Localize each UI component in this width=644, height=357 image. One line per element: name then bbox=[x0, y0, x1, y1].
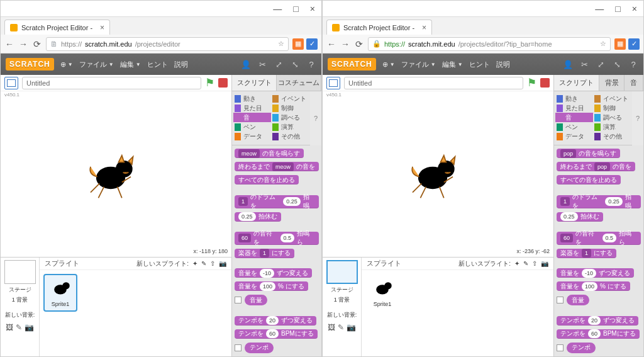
cat-more[interactable]: その他 bbox=[271, 132, 309, 141]
sprite-item[interactable]: Sprite1 bbox=[365, 274, 399, 312]
block-vol-set[interactable]: 音量を100% にする bbox=[557, 281, 630, 291]
cat-pen[interactable]: ペン bbox=[233, 122, 271, 132]
menu-about[interactable]: 説明 bbox=[174, 60, 188, 69]
tab-scripts[interactable]: スクリプト bbox=[554, 75, 599, 91]
cat-operators[interactable]: 演算 bbox=[593, 122, 631, 132]
nav-forward-icon[interactable]: → bbox=[18, 39, 28, 49]
close-icon[interactable]: × bbox=[310, 4, 315, 14]
scissors-icon[interactable]: ✂ bbox=[257, 59, 267, 69]
block-play-sound[interactable]: popの音を鳴らす bbox=[557, 149, 620, 158]
block-vol-reporter[interactable]: 音量 bbox=[557, 295, 589, 305]
url-field[interactable]: 🔒 https://scratch.mit.edu/projects/edito… bbox=[368, 37, 611, 51]
cat-motion[interactable]: 動き bbox=[555, 94, 593, 103]
nav-reload-icon[interactable]: ⟳ bbox=[354, 39, 364, 49]
shrink-icon[interactable]: ⤡ bbox=[612, 59, 622, 69]
menu-edit[interactable]: 編集▼ bbox=[442, 60, 463, 69]
cat-looks[interactable]: 見た目 bbox=[555, 103, 593, 113]
stop-icon[interactable] bbox=[218, 78, 228, 88]
block-tempo-change[interactable]: テンポを20ずつ変える bbox=[235, 316, 316, 326]
block-note[interactable]: 60の音符を0.5拍鳴ら bbox=[235, 232, 319, 245]
shrink-icon[interactable]: ⤡ bbox=[290, 59, 300, 69]
globe-icon[interactable]: ⊕▼ bbox=[60, 60, 73, 69]
block-vol-change[interactable]: 音量を-10ずつ変える bbox=[557, 268, 634, 278]
camera-backdrop-icon[interactable]: 📷 bbox=[347, 323, 356, 332]
tab-costumes[interactable]: コスチューム bbox=[277, 75, 321, 91]
cat-looks[interactable]: 見た目 bbox=[233, 103, 271, 113]
scissors-icon[interactable]: ✂ bbox=[579, 59, 589, 69]
green-flag-icon[interactable]: ⚑ bbox=[527, 76, 536, 89]
block-tempo-set[interactable]: テンポを60BPMにする bbox=[557, 329, 640, 339]
cat-sensing[interactable]: 調べる bbox=[271, 113, 309, 122]
block-stop-all[interactable]: すべての音を止める bbox=[557, 175, 621, 184]
tab-close-icon[interactable]: × bbox=[422, 23, 426, 32]
grow-icon[interactable]: ⤢ bbox=[274, 59, 284, 69]
camera-backdrop-icon[interactable]: 📷 bbox=[25, 323, 34, 332]
minimize-icon[interactable]: — bbox=[595, 4, 604, 14]
stage[interactable] bbox=[1, 98, 231, 248]
block-vol-set[interactable]: 音量を100% にする bbox=[235, 281, 308, 291]
stage-view-toggle[interactable] bbox=[326, 77, 340, 89]
cat-sound[interactable]: 音 bbox=[555, 113, 593, 122]
block-tempo-reporter[interactable]: テンポ bbox=[235, 343, 274, 353]
sprite-item[interactable]: Sprite1 bbox=[43, 274, 77, 312]
minimize-icon[interactable]: — bbox=[273, 4, 282, 14]
choose-backdrop-icon[interactable]: 🖼 bbox=[328, 323, 335, 332]
menu-hint[interactable]: ヒント bbox=[147, 60, 168, 69]
nav-back-icon[interactable]: ← bbox=[4, 39, 14, 49]
nav-forward-icon[interactable]: → bbox=[340, 39, 350, 49]
camera-icon[interactable]: 📷 bbox=[219, 260, 226, 267]
nav-back-icon[interactable]: ← bbox=[326, 39, 336, 49]
paint-backdrop-icon[interactable]: ✎ bbox=[16, 323, 22, 332]
block-tempo-reporter[interactable]: テンポ bbox=[557, 343, 596, 353]
help-icon[interactable]: ? bbox=[306, 59, 316, 69]
paint-icon[interactable]: ✎ bbox=[201, 260, 206, 267]
green-flag-icon[interactable]: ⚑ bbox=[205, 76, 214, 89]
browser-tab[interactable]: Scratch Project Editor - × bbox=[326, 20, 432, 35]
globe-icon[interactable]: ⊕▼ bbox=[382, 60, 395, 69]
ext-icon-1[interactable]: ▦ bbox=[614, 38, 626, 50]
scratch-logo[interactable]: SCRATCH bbox=[328, 58, 376, 71]
block-play-until[interactable]: 終わるまでpopの音を bbox=[557, 162, 635, 171]
tab-close-icon[interactable]: × bbox=[100, 23, 104, 32]
cat-motion[interactable]: 動き bbox=[233, 94, 271, 103]
maximize-icon[interactable]: □ bbox=[615, 4, 620, 14]
ext-icon-2[interactable]: ✓ bbox=[306, 38, 318, 50]
cat-pen[interactable]: ペン bbox=[555, 122, 593, 132]
grow-icon[interactable]: ⤢ bbox=[596, 59, 606, 69]
stamp-icon[interactable]: 👤 bbox=[241, 59, 251, 69]
stage-thumbnail[interactable] bbox=[326, 260, 358, 284]
menu-about[interactable]: 説明 bbox=[496, 60, 510, 69]
block-tempo-set[interactable]: テンポを60BPMにする bbox=[235, 329, 318, 339]
cat-events[interactable]: イベント bbox=[271, 94, 309, 103]
block-play-sound[interactable]: meowの音を鳴らす bbox=[235, 149, 304, 158]
library-icon[interactable]: ✦ bbox=[514, 260, 519, 267]
stage-view-toggle[interactable] bbox=[4, 77, 18, 89]
cat-operators[interactable]: 演算 bbox=[271, 122, 309, 132]
choose-backdrop-icon[interactable]: 🖼 bbox=[6, 323, 13, 332]
ext-icon-1[interactable]: ▦ bbox=[292, 38, 304, 50]
cat-sound[interactable]: 音 bbox=[233, 113, 271, 122]
menu-hint[interactable]: ヒント bbox=[469, 60, 490, 69]
palette-help-icon[interactable]: ? bbox=[632, 91, 643, 145]
stop-icon[interactable] bbox=[540, 78, 550, 88]
library-icon[interactable]: ✦ bbox=[192, 260, 197, 267]
menu-edit[interactable]: 編集▼ bbox=[120, 60, 141, 69]
block-rest[interactable]: 0.25拍休む bbox=[557, 212, 603, 222]
cat-more[interactable]: その他 bbox=[593, 132, 631, 141]
sprite-cat[interactable] bbox=[82, 150, 139, 200]
block-play-until[interactable]: 終わるまでmeowの音を bbox=[235, 162, 319, 171]
block-drum[interactable]: 1のドラムを0.25拍鳴 bbox=[235, 195, 319, 208]
block-instrument[interactable]: 楽器を1にする bbox=[235, 249, 294, 258]
paint-icon[interactable]: ✎ bbox=[523, 260, 528, 267]
cat-data[interactable]: データ bbox=[555, 132, 593, 141]
tab-scripts[interactable]: スクリプト bbox=[232, 75, 277, 91]
block-instrument[interactable]: 楽器を1にする bbox=[557, 249, 616, 258]
ext-icon-2[interactable]: ✓ bbox=[628, 38, 640, 50]
upload-icon[interactable]: ⇧ bbox=[532, 260, 537, 267]
cat-control[interactable]: 制御 bbox=[271, 103, 309, 113]
scratch-logo[interactable]: SCRATCH bbox=[6, 58, 54, 71]
nav-reload-icon[interactable]: ⟳ bbox=[32, 39, 42, 49]
cat-sensing[interactable]: 調べる bbox=[593, 113, 631, 122]
block-rest[interactable]: 0.25拍休む bbox=[235, 212, 281, 222]
maximize-icon[interactable]: □ bbox=[293, 4, 298, 14]
